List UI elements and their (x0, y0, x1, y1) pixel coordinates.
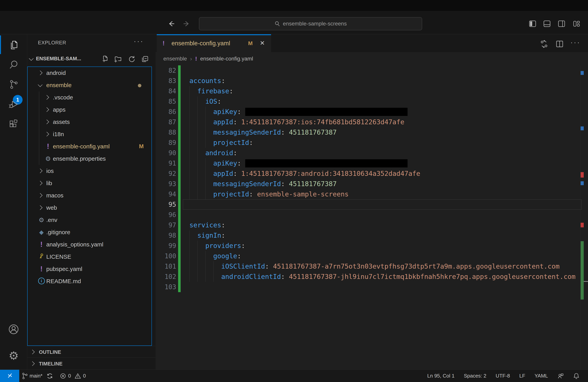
code-line-text: projectId: ensemble-sample-screens (189, 189, 349, 199)
code-line-97[interactable]: 97services: (156, 220, 588, 230)
sidebar-item-run-debug[interactable] (0, 95, 27, 114)
code-line-86[interactable]: 86 apiKey: (156, 106, 588, 117)
tree-item-macos[interactable]: macos (28, 190, 151, 202)
code-line-90[interactable]: 90 android: (156, 148, 588, 158)
code-line-100[interactable]: 100 google: (156, 251, 588, 261)
tree-item-pubspec.yaml[interactable]: !pubspec.yaml (28, 263, 151, 275)
refresh-icon[interactable] (127, 55, 135, 63)
tree-item-analysis_options.yaml[interactable]: !analysis_options.yaml (28, 238, 151, 251)
tree-item-.gitignore[interactable]: ◆.gitignore (28, 226, 151, 238)
open-changes-icon[interactable] (540, 40, 548, 48)
code-token: messagingSenderId (213, 128, 281, 136)
code-line-89[interactable]: 89 projectId: (156, 138, 588, 148)
code-line-102[interactable]: 102 androidClientId: 451181767387-jhl9in… (156, 272, 588, 282)
code-token: : (229, 87, 233, 95)
code-line-88[interactable]: 88 messagingSenderId: 451181767387 (156, 127, 588, 138)
settings-button[interactable]: ⚙ (0, 346, 27, 365)
remote-indicator[interactable] (0, 370, 19, 382)
yaml-icon: ! (195, 55, 197, 63)
tree-item-android[interactable]: android (28, 67, 151, 79)
code-line-94[interactable]: 94 projectId: ensemble-sample-screens (156, 189, 588, 199)
code-token: : (249, 139, 253, 147)
tree-item-ensemble-config.yaml[interactable]: !ensemble-config.yamlM (28, 140, 151, 153)
tree-item-lib[interactable]: lib (28, 177, 151, 190)
file-tree[interactable]: androidensemble.vscodeappsassetsi18n!ens… (27, 66, 152, 346)
more-actions-icon[interactable]: ··· (570, 39, 578, 46)
more-actions-icon[interactable]: ··· (134, 37, 144, 45)
back-arrow-icon[interactable] (167, 20, 176, 28)
sidebar-item-source-control[interactable]: 1 (0, 75, 27, 94)
tree-item-assets[interactable]: assets (28, 116, 151, 128)
tree-item-ensemble[interactable]: ensemble (28, 79, 151, 91)
new-folder-icon[interactable] (114, 55, 122, 63)
code-line-87[interactable]: 87 appId: 1:451181767387:ios:74fb681bd58… (156, 117, 588, 127)
code-line-101[interactable]: 101 iOSClientId: 451181767387-a7rn75ot3n… (156, 261, 588, 272)
notifications-bell-icon[interactable] (573, 373, 579, 379)
chevron-right-icon: › (190, 55, 192, 62)
tree-item-ensemble.properties[interactable]: ⚙ensemble.properties (28, 153, 151, 165)
collapse-all-icon[interactable] (141, 55, 149, 63)
code-line-text: google: (189, 251, 241, 261)
eol-sequence[interactable]: LF (519, 373, 525, 379)
line-number: 85 (156, 96, 176, 106)
code-line-85[interactable]: 85 iOS: (156, 96, 588, 106)
code-line-95[interactable]: 95 (156, 199, 588, 210)
code-line-84[interactable]: 84 firebase: (156, 86, 588, 96)
tree-item-.env[interactable]: ⚙.env (28, 214, 151, 226)
overview-mark-modified (581, 181, 584, 185)
project-section-header[interactable]: ENSEMBLE-SAM... (27, 51, 156, 66)
outline-section-header[interactable]: OUTLINE (27, 346, 156, 358)
timeline-section-header[interactable]: TIMELINE (27, 358, 156, 369)
code-line-82[interactable]: 82 (156, 65, 588, 76)
code-line-96[interactable]: 96 (156, 210, 588, 220)
tree-item-README.md[interactable]: iREADME.md (28, 275, 151, 287)
language-mode[interactable]: YAML (535, 373, 548, 379)
toggle-primary-sidebar-icon[interactable] (529, 21, 536, 27)
customize-layout-icon[interactable] (573, 21, 580, 27)
branch-indicator[interactable]: main* (22, 373, 42, 379)
code-token: 451181767387 (289, 128, 337, 136)
encoding[interactable]: UTF-8 (496, 373, 510, 379)
breadcrumb-folder[interactable]: ensemble (163, 56, 187, 62)
tree-item-apps[interactable]: apps (28, 104, 151, 116)
code-token: : (281, 180, 285, 188)
code-token (189, 159, 213, 167)
code-line-103[interactable]: 103 (156, 282, 588, 292)
forward-arrow-icon[interactable] (182, 20, 190, 28)
toggle-panel-icon[interactable] (544, 21, 550, 27)
code-line-98[interactable]: 98 signIn: (156, 230, 588, 241)
close-icon[interactable]: ✕ (260, 40, 265, 47)
code-line-92[interactable]: 92 appId: 1:451181767387:android:3418310… (156, 169, 588, 179)
toggle-secondary-sidebar-icon[interactable] (558, 21, 565, 27)
sync-button[interactable] (47, 373, 53, 379)
command-center-search[interactable]: ensemble-sample-screens (199, 17, 422, 30)
tree-item-ios[interactable]: ios (28, 165, 151, 177)
code-area[interactable]: 8283accounts:84 firebase:85 iOS:86 apiKe… (156, 65, 588, 370)
new-file-icon[interactable] (101, 55, 109, 63)
sidebar-item-search[interactable] (0, 55, 27, 74)
tab-ensemble-config[interactable]: ! ensemble-config.yaml M ✕ (157, 34, 271, 52)
code-line-91[interactable]: 91 apiKey: (156, 158, 588, 169)
cursor-position[interactable]: Ln 95, Col 1 (427, 373, 454, 379)
code-token (189, 190, 213, 198)
tree-item-LICENSE[interactable]: LICENSE (28, 251, 151, 263)
code-line-83[interactable]: 83accounts: (156, 76, 588, 86)
tree-item-web[interactable]: web (28, 202, 151, 214)
tree-item-i18n[interactable]: i18n (28, 128, 151, 140)
indentation[interactable]: Spaces: 2 (464, 373, 486, 379)
accounts-button[interactable] (0, 320, 27, 339)
chevron-down-icon (29, 56, 33, 61)
breadcrumb-file[interactable]: ensemble-config.yaml (200, 56, 253, 62)
extensions-icon (9, 119, 19, 129)
chevron-right-icon (44, 107, 49, 112)
overview-ruler[interactable] (579, 65, 588, 370)
code-line-99[interactable]: 99 providers: (156, 241, 588, 251)
feedback-icon[interactable] (557, 373, 564, 379)
tree-item-.vscode[interactable]: .vscode (28, 91, 151, 104)
split-editor-icon[interactable] (556, 40, 564, 48)
problems-indicator[interactable]: 0 0 (60, 373, 86, 379)
code-token: appId (213, 170, 233, 177)
code-line-93[interactable]: 93 messagingSenderId: 451181767387 (156, 179, 588, 189)
sidebar-item-explorer[interactable] (0, 35, 27, 54)
sidebar-item-extensions[interactable] (0, 115, 27, 133)
